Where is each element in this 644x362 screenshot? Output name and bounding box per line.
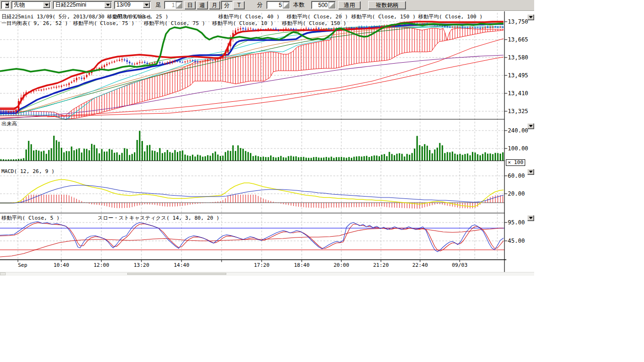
bar-value: 1 bbox=[164, 2, 176, 8]
scrollbar-end-box[interactable] bbox=[0, 272, 6, 275]
bar-value-spinner[interactable]: 1 bbox=[164, 1, 183, 9]
period-tick-button[interactable]: T bbox=[233, 1, 245, 9]
minute-label: 分 bbox=[257, 1, 263, 9]
chevron-down-icon[interactable] bbox=[143, 2, 150, 8]
chevron-down-icon[interactable] bbox=[5, 2, 9, 8]
volume-panel-menu-button[interactable] bbox=[527, 123, 534, 129]
spinner-icon[interactable] bbox=[329, 2, 335, 8]
bar-count-spinner[interactable]: 500 bbox=[311, 1, 336, 9]
symbol-dropdown-value: 日経225mini bbox=[53, 1, 104, 8]
stoch-panel-menu-button[interactable] bbox=[527, 215, 534, 221]
period-day-button[interactable]: 日 bbox=[184, 1, 196, 9]
multi-symbol-button[interactable]: 複数銘柄 bbox=[368, 1, 406, 9]
toolbar: 先物 日経225mini 13/09 足 1 日 週 月 分 T 分 5 本数 … bbox=[0, 0, 534, 11]
scrollbar-thumb[interactable] bbox=[127, 273, 226, 275]
chevron-down-icon[interactable] bbox=[104, 2, 111, 8]
symbol-dropdown[interactable]: 日経225mini bbox=[53, 1, 112, 9]
period-minute-button[interactable]: 分 bbox=[221, 1, 232, 9]
market-dropdown[interactable]: 先物 bbox=[11, 1, 51, 9]
chevron-down-icon[interactable] bbox=[43, 2, 50, 8]
chart-plot-area[interactable] bbox=[0, 0, 644, 362]
bar-count-label: 本数 bbox=[293, 1, 305, 9]
chart-application-window: 先物 日経225mini 13/09 足 1 日 週 月 分 T 分 5 本数 … bbox=[0, 0, 644, 362]
spinner-icon[interactable] bbox=[176, 2, 182, 8]
spinner-icon[interactable] bbox=[283, 2, 289, 8]
contract-month-dropdown[interactable]: 13/09 bbox=[114, 1, 151, 9]
bar-type-label: 足 bbox=[156, 1, 161, 9]
apply-button[interactable]: 適用 bbox=[338, 1, 361, 9]
volume-multiplier-badge: × 100 bbox=[506, 159, 525, 166]
price-panel-menu-button[interactable] bbox=[527, 14, 534, 20]
bar-count-value: 500 bbox=[311, 2, 329, 8]
contract-month-value: 13/09 bbox=[114, 1, 143, 8]
period-month-button[interactable]: 月 bbox=[209, 1, 220, 9]
market-dropdown-value: 先物 bbox=[11, 1, 43, 8]
minute-value-spinner[interactable]: 5 bbox=[266, 1, 290, 9]
horizontal-scrollbar[interactable] bbox=[0, 272, 534, 276]
macd-panel-menu-button[interactable] bbox=[527, 169, 534, 175]
mini-dropdown[interactable] bbox=[1, 1, 10, 9]
period-week-button[interactable]: 週 bbox=[197, 1, 208, 9]
minute-value: 5 bbox=[266, 2, 283, 8]
